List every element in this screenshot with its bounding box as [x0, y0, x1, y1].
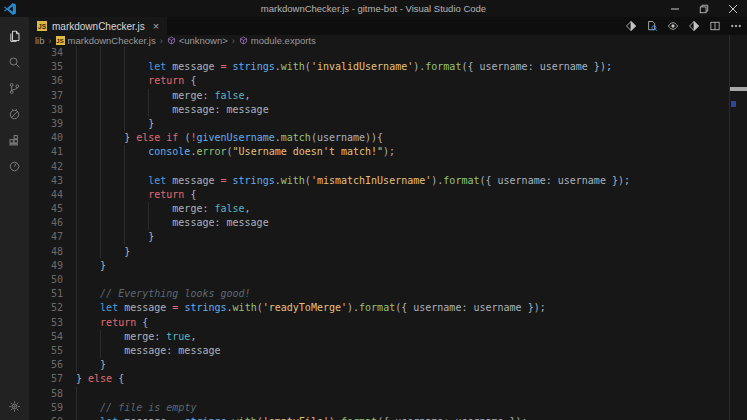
- code-line[interactable]: 48 }: [29, 245, 747, 259]
- tab-close-icon[interactable]: ×: [153, 21, 159, 32]
- code-editor[interactable]: 3435 let message = strings.with('invalid…: [29, 46, 747, 420]
- code-line-content[interactable]: message: message: [76, 103, 747, 117]
- sidebar-item-search[interactable]: [0, 49, 29, 75]
- line-number[interactable]: 43: [29, 174, 63, 188]
- code-line[interactable]: 34: [29, 46, 747, 60]
- editor-action-2[interactable]: [687, 20, 700, 33]
- line-number[interactable]: 54: [29, 330, 63, 344]
- scrollbar-thumb[interactable]: [730, 87, 747, 91]
- sidebar-item-timeline[interactable]: [0, 153, 29, 179]
- code-line[interactable]: 58: [29, 387, 747, 401]
- line-number[interactable]: 42: [29, 160, 63, 174]
- code-line-content[interactable]: }: [76, 358, 747, 372]
- code-line[interactable]: 43 let message = strings.with('mismatchI…: [29, 174, 747, 188]
- editor-action-preview[interactable]: [666, 20, 679, 33]
- line-number[interactable]: 34: [29, 46, 63, 60]
- code-line[interactable]: 42: [29, 160, 747, 174]
- code-line[interactable]: 49 }: [29, 259, 747, 273]
- tab-markdownchecker[interactable]: JS markdownChecker.js ×: [29, 17, 167, 35]
- sidebar-item-debug[interactable]: [0, 101, 29, 127]
- editor-action-1[interactable]: [624, 20, 637, 33]
- line-number[interactable]: 56: [29, 358, 63, 372]
- code-line-content[interactable]: merge: false,: [76, 202, 747, 216]
- breadcrumb-item[interactable]: lib: [35, 35, 45, 46]
- code-line-content[interactable]: }: [76, 117, 747, 131]
- code-line-content[interactable]: return {: [76, 188, 747, 202]
- line-number[interactable]: 59: [29, 401, 63, 415]
- code-line[interactable]: 50: [29, 273, 747, 287]
- line-number[interactable]: 48: [29, 245, 63, 259]
- code-line-content[interactable]: message: message: [76, 344, 747, 358]
- code-line[interactable]: 45 merge: false,: [29, 202, 747, 216]
- code-line-content[interactable]: let message = strings.with('emptyFile').…: [76, 415, 747, 420]
- code-line-content[interactable]: message: message: [76, 216, 747, 230]
- code-line[interactable]: 39 }: [29, 117, 747, 131]
- code-line[interactable]: 37 merge: false,: [29, 89, 747, 103]
- code-line[interactable]: 53 return {: [29, 316, 747, 330]
- line-number[interactable]: 49: [29, 259, 63, 273]
- manage-button[interactable]: [8, 400, 21, 413]
- line-number[interactable]: 45: [29, 202, 63, 216]
- code-line[interactable]: 38 message: message: [29, 103, 747, 117]
- line-number[interactable]: 57: [29, 372, 63, 386]
- line-number[interactable]: 60: [29, 415, 63, 420]
- code-line-content[interactable]: }: [76, 259, 747, 273]
- code-line[interactable]: 40 } else if (!givenUsername.match(usern…: [29, 131, 747, 145]
- code-line-content[interactable]: merge: false,: [76, 89, 747, 103]
- split-editor-button[interactable]: [708, 20, 721, 33]
- line-number[interactable]: 51: [29, 287, 63, 301]
- code-line[interactable]: 56 }: [29, 358, 747, 372]
- line-number[interactable]: 44: [29, 188, 63, 202]
- breadcrumb-item[interactable]: <unknown>: [167, 35, 228, 46]
- breadcrumb-item[interactable]: JSmarkdownChecker.js: [56, 35, 156, 46]
- code-line-content[interactable]: [76, 273, 747, 287]
- code-line[interactable]: 46 message: message: [29, 216, 747, 230]
- line-number[interactable]: 35: [29, 60, 63, 74]
- more-actions-button[interactable]: [729, 20, 742, 33]
- line-number[interactable]: 58: [29, 387, 63, 401]
- code-line-content[interactable]: [76, 46, 747, 60]
- line-number[interactable]: 52: [29, 301, 63, 315]
- minimize-button[interactable]: [660, 0, 689, 17]
- code-line-content[interactable]: console.error("Username doesn't match!")…: [76, 145, 747, 159]
- line-number[interactable]: 37: [29, 89, 63, 103]
- code-line-content[interactable]: }: [76, 245, 747, 259]
- line-number[interactable]: 39: [29, 117, 63, 131]
- code-line-content[interactable]: } else {: [76, 372, 747, 386]
- line-number[interactable]: 55: [29, 344, 63, 358]
- code-line-content[interactable]: let message = strings.with('readyToMerge…: [76, 301, 747, 315]
- restore-button[interactable]: [689, 0, 718, 17]
- code-line[interactable]: 44 return {: [29, 188, 747, 202]
- code-line-content[interactable]: } else if (!givenUsername.match(username…: [76, 131, 747, 145]
- code-line-content[interactable]: // Everything looks good!: [76, 287, 747, 301]
- sidebar-item-source-control[interactable]: [0, 75, 29, 101]
- code-line-content[interactable]: return {: [76, 74, 747, 88]
- code-line-content[interactable]: return {: [76, 316, 747, 330]
- line-number[interactable]: 46: [29, 216, 63, 230]
- code-line-content[interactable]: merge: true,: [76, 330, 747, 344]
- line-number[interactable]: 50: [29, 273, 63, 287]
- line-number[interactable]: 41: [29, 145, 63, 159]
- sidebar-item-explorer[interactable]: [0, 23, 29, 49]
- line-number[interactable]: 36: [29, 74, 63, 88]
- code-line[interactable]: 52 let message = strings.with('readyToMe…: [29, 301, 747, 315]
- code-line-content[interactable]: let message = strings.with('invalidUsern…: [76, 60, 747, 74]
- code-line[interactable]: 60 let message = strings.with('emptyFile…: [29, 415, 747, 420]
- code-line[interactable]: 35 let message = strings.with('invalidUs…: [29, 60, 747, 74]
- code-line-content[interactable]: let message = strings.with('mismatchInUs…: [76, 174, 747, 188]
- line-number[interactable]: 38: [29, 103, 63, 117]
- editor-action-file-search[interactable]: [645, 20, 658, 33]
- code-line-content[interactable]: [76, 387, 747, 401]
- line-number[interactable]: 47: [29, 230, 63, 244]
- sidebar-item-extensions[interactable]: [0, 127, 29, 153]
- code-line[interactable]: 51 // Everything looks good!: [29, 287, 747, 301]
- scrollbar-track[interactable]: [729, 35, 747, 420]
- code-line[interactable]: 59 // file is empty: [29, 401, 747, 415]
- code-line-content[interactable]: [76, 160, 747, 174]
- code-line[interactable]: 54 merge: true,: [29, 330, 747, 344]
- code-line[interactable]: 41 console.error("Username doesn't match…: [29, 145, 747, 159]
- code-line-content[interactable]: }: [76, 230, 747, 244]
- line-number[interactable]: 40: [29, 131, 63, 145]
- code-line[interactable]: 36 return {: [29, 74, 747, 88]
- code-line[interactable]: 47 }: [29, 230, 747, 244]
